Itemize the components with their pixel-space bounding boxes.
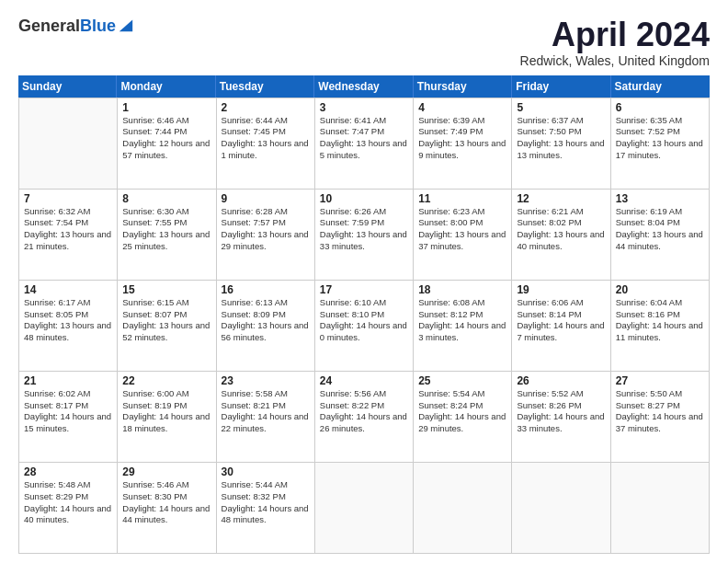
calendar-cell: 25Sunrise: 5:54 AMSunset: 8:24 PMDayligh… bbox=[414, 372, 512, 462]
day-number: 10 bbox=[320, 192, 408, 205]
calendar-cell: 2Sunrise: 6:44 AMSunset: 7:45 PMDaylight… bbox=[217, 98, 315, 189]
day-info: Sunrise: 6:04 AMSunset: 8:16 PMDaylight:… bbox=[616, 297, 704, 344]
day-number: 13 bbox=[616, 192, 704, 205]
day-number: 26 bbox=[517, 374, 605, 387]
calendar-cell: 4Sunrise: 6:39 AMSunset: 7:49 PMDaylight… bbox=[414, 98, 512, 189]
day-info: Sunrise: 6:35 AMSunset: 7:52 PMDaylight:… bbox=[616, 115, 704, 162]
day-info: Sunrise: 5:54 AMSunset: 8:24 PMDaylight:… bbox=[418, 388, 506, 435]
day-number: 28 bbox=[24, 465, 112, 478]
day-number: 5 bbox=[517, 101, 605, 114]
day-number: 29 bbox=[122, 465, 210, 478]
calendar-cell: 7Sunrise: 6:32 AMSunset: 7:54 PMDaylight… bbox=[19, 190, 118, 280]
calendar-cell: 20Sunrise: 6:04 AMSunset: 8:16 PMDayligh… bbox=[611, 281, 710, 371]
calendar-cell: 24Sunrise: 5:56 AMSunset: 8:22 PMDayligh… bbox=[315, 372, 414, 462]
calendar-row: 21Sunrise: 6:02 AMSunset: 8:17 PMDayligh… bbox=[19, 372, 710, 463]
day-info: Sunrise: 6:10 AMSunset: 8:10 PMDaylight:… bbox=[320, 297, 408, 344]
calendar-cell: 11Sunrise: 6:23 AMSunset: 8:00 PMDayligh… bbox=[414, 190, 512, 280]
day-info: Sunrise: 6:32 AMSunset: 7:54 PMDaylight:… bbox=[24, 206, 112, 253]
day-number: 24 bbox=[320, 374, 408, 387]
location: Redwick, Wales, United Kingdom bbox=[520, 53, 710, 68]
calendar-cell: 16Sunrise: 6:13 AMSunset: 8:09 PMDayligh… bbox=[217, 281, 315, 371]
day-number: 19 bbox=[517, 283, 605, 296]
day-number: 23 bbox=[222, 374, 310, 387]
day-info: Sunrise: 5:44 AMSunset: 8:32 PMDaylight:… bbox=[222, 479, 310, 526]
day-info: Sunrise: 6:39 AMSunset: 7:49 PMDaylight:… bbox=[418, 115, 506, 162]
calendar-cell: 19Sunrise: 6:06 AMSunset: 8:14 PMDayligh… bbox=[512, 281, 610, 371]
day-info: Sunrise: 5:50 AMSunset: 8:27 PMDaylight:… bbox=[616, 388, 704, 435]
weekday-header: Monday bbox=[117, 75, 215, 98]
calendar-cell: 17Sunrise: 6:10 AMSunset: 8:10 PMDayligh… bbox=[315, 281, 414, 371]
logo-icon bbox=[118, 17, 134, 33]
calendar-cell: 29Sunrise: 5:46 AMSunset: 8:30 PMDayligh… bbox=[118, 463, 216, 553]
day-info: Sunrise: 5:52 AMSunset: 8:26 PMDaylight:… bbox=[517, 388, 605, 435]
calendar-row: 1Sunrise: 6:46 AMSunset: 7:44 PMDaylight… bbox=[19, 98, 710, 190]
month-title: April 2024 bbox=[520, 17, 710, 53]
calendar-cell: 6Sunrise: 6:35 AMSunset: 7:52 PMDaylight… bbox=[611, 98, 710, 189]
calendar-row: 28Sunrise: 5:48 AMSunset: 8:29 PMDayligh… bbox=[19, 463, 710, 554]
calendar-cell: 1Sunrise: 6:46 AMSunset: 7:44 PMDaylight… bbox=[118, 98, 216, 189]
day-number: 9 bbox=[222, 192, 310, 205]
title-block: April 2024 Redwick, Wales, United Kingdo… bbox=[520, 17, 710, 68]
weekday-header: Thursday bbox=[414, 75, 512, 98]
calendar: SundayMondayTuesdayWednesdayThursdayFrid… bbox=[18, 75, 710, 554]
calendar-cell: 12Sunrise: 6:21 AMSunset: 8:02 PMDayligh… bbox=[512, 190, 610, 280]
day-info: Sunrise: 5:48 AMSunset: 8:29 PMDaylight:… bbox=[24, 479, 112, 526]
calendar-cell: 28Sunrise: 5:48 AMSunset: 8:29 PMDayligh… bbox=[19, 463, 118, 553]
calendar-cell: 8Sunrise: 6:30 AMSunset: 7:55 PMDaylight… bbox=[118, 190, 216, 280]
day-info: Sunrise: 6:17 AMSunset: 8:05 PMDaylight:… bbox=[24, 297, 112, 344]
day-info: Sunrise: 6:30 AMSunset: 7:55 PMDaylight:… bbox=[122, 206, 210, 253]
calendar-cell: 23Sunrise: 5:58 AMSunset: 8:21 PMDayligh… bbox=[217, 372, 315, 462]
day-info: Sunrise: 6:23 AMSunset: 8:00 PMDaylight:… bbox=[418, 206, 506, 253]
day-info: Sunrise: 6:19 AMSunset: 8:04 PMDaylight:… bbox=[616, 206, 704, 253]
logo: GeneralBlue bbox=[18, 17, 134, 36]
calendar-cell: 9Sunrise: 6:28 AMSunset: 7:57 PMDaylight… bbox=[217, 190, 315, 280]
day-info: Sunrise: 6:41 AMSunset: 7:47 PMDaylight:… bbox=[320, 115, 408, 162]
calendar-cell: 5Sunrise: 6:37 AMSunset: 7:50 PMDaylight… bbox=[512, 98, 610, 189]
calendar-cell: 15Sunrise: 6:15 AMSunset: 8:07 PMDayligh… bbox=[118, 281, 216, 371]
calendar-cell: 13Sunrise: 6:19 AMSunset: 8:04 PMDayligh… bbox=[611, 190, 710, 280]
day-number: 15 bbox=[122, 283, 210, 296]
day-number: 27 bbox=[616, 374, 704, 387]
weekday-header: Saturday bbox=[611, 75, 710, 98]
day-number: 7 bbox=[24, 192, 112, 205]
day-info: Sunrise: 6:08 AMSunset: 8:12 PMDaylight:… bbox=[418, 297, 506, 344]
day-info: Sunrise: 6:21 AMSunset: 8:02 PMDaylight:… bbox=[517, 206, 605, 253]
calendar-cell: 21Sunrise: 6:02 AMSunset: 8:17 PMDayligh… bbox=[19, 372, 118, 462]
calendar-header: SundayMondayTuesdayWednesdayThursdayFrid… bbox=[18, 75, 710, 98]
day-number: 17 bbox=[320, 283, 408, 296]
calendar-row: 14Sunrise: 6:17 AMSunset: 8:05 PMDayligh… bbox=[19, 281, 710, 372]
day-number: 2 bbox=[222, 101, 310, 114]
day-number: 30 bbox=[222, 465, 310, 478]
calendar-cell bbox=[19, 98, 118, 189]
calendar-cell: 3Sunrise: 6:41 AMSunset: 7:47 PMDaylight… bbox=[315, 98, 414, 189]
day-number: 20 bbox=[616, 283, 704, 296]
day-info: Sunrise: 6:44 AMSunset: 7:45 PMDaylight:… bbox=[222, 115, 310, 162]
day-info: Sunrise: 6:13 AMSunset: 8:09 PMDaylight:… bbox=[222, 297, 310, 344]
day-number: 11 bbox=[418, 192, 506, 205]
day-number: 1 bbox=[122, 101, 210, 114]
day-number: 22 bbox=[122, 374, 210, 387]
day-number: 12 bbox=[517, 192, 605, 205]
day-number: 25 bbox=[418, 374, 506, 387]
weekday-header: Wednesday bbox=[314, 75, 413, 98]
calendar-body: 1Sunrise: 6:46 AMSunset: 7:44 PMDaylight… bbox=[18, 98, 710, 554]
day-number: 16 bbox=[222, 283, 310, 296]
calendar-cell: 18Sunrise: 6:08 AMSunset: 8:12 PMDayligh… bbox=[414, 281, 512, 371]
calendar-cell: 10Sunrise: 6:26 AMSunset: 7:59 PMDayligh… bbox=[315, 190, 414, 280]
day-info: Sunrise: 6:00 AMSunset: 8:19 PMDaylight:… bbox=[122, 388, 210, 435]
day-number: 14 bbox=[24, 283, 112, 296]
day-info: Sunrise: 6:06 AMSunset: 8:14 PMDaylight:… bbox=[517, 297, 605, 344]
weekday-header: Friday bbox=[512, 75, 610, 98]
day-number: 18 bbox=[418, 283, 506, 296]
calendar-cell: 14Sunrise: 6:17 AMSunset: 8:05 PMDayligh… bbox=[19, 281, 118, 371]
day-info: Sunrise: 5:58 AMSunset: 8:21 PMDaylight:… bbox=[222, 388, 310, 435]
day-info: Sunrise: 6:28 AMSunset: 7:57 PMDaylight:… bbox=[222, 206, 310, 253]
day-number: 4 bbox=[418, 101, 506, 114]
day-info: Sunrise: 6:37 AMSunset: 7:50 PMDaylight:… bbox=[517, 115, 605, 162]
svg-marker-0 bbox=[119, 19, 132, 31]
calendar-cell: 30Sunrise: 5:44 AMSunset: 8:32 PMDayligh… bbox=[217, 463, 315, 553]
logo-general: GeneralBlue bbox=[18, 17, 116, 36]
calendar-cell: 27Sunrise: 5:50 AMSunset: 8:27 PMDayligh… bbox=[611, 372, 710, 462]
calendar-cell: 22Sunrise: 6:00 AMSunset: 8:19 PMDayligh… bbox=[118, 372, 216, 462]
day-info: Sunrise: 5:56 AMSunset: 8:22 PMDaylight:… bbox=[320, 388, 408, 435]
